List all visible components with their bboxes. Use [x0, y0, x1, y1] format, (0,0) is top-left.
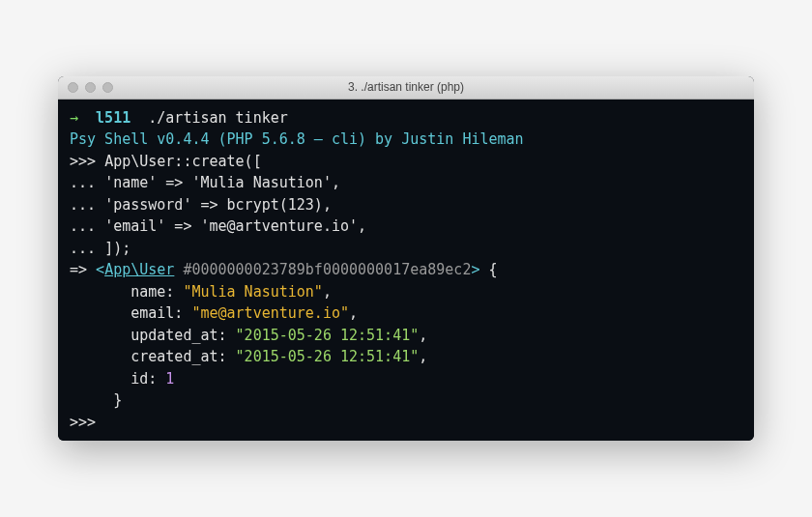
input-line: ... 'password' => bcrypt(123), — [70, 194, 742, 216]
brace: } — [70, 391, 122, 409]
code-text: App\User::create([ — [104, 153, 262, 170]
directory-name: l511 — [96, 109, 130, 127]
comma: , — [419, 327, 427, 344]
return-arrow: => — [70, 261, 96, 278]
prompt-arrow-icon: → — [70, 109, 78, 127]
input-line: ... 'email' => 'me@artventure.io', — [70, 215, 742, 238]
input-line: ... 'name' => 'Mulia Nasution', — [70, 172, 742, 194]
output-property: created_at: "2015-05-26 12:51:41", — [70, 346, 742, 368]
property-key: created_at: — [70, 348, 236, 365]
brace: { — [479, 261, 497, 278]
output-property: updated_at: "2015-05-26 12:51:41", — [70, 325, 742, 347]
comma: , — [419, 348, 427, 365]
repl-continuation: ... — [70, 196, 104, 214]
input-line: ... ]); — [70, 238, 742, 260]
repl-prompt: >>> — [70, 153, 104, 170]
output-property: id: 1 — [70, 368, 742, 390]
property-value: 1 — [165, 370, 174, 388]
property-key: updated_at: — [70, 327, 236, 344]
repl-continuation: ... — [70, 174, 104, 191]
terminal-body[interactable]: → l511 ./artisan tinker Psy Shell v0.4.4… — [58, 100, 754, 442]
code-text: 'email' => 'me@artventure.io', — [104, 217, 366, 235]
output-line: => <App\User #0000000023789bf0000000017e… — [70, 259, 742, 281]
repl-continuation: ... — [70, 240, 104, 257]
terminal-window: 3. ./artisan tinker (php) → l511 ./artis… — [58, 76, 754, 442]
repl-prompt-empty[interactable]: >>> — [70, 412, 742, 434]
comma: , — [349, 304, 358, 322]
angle-bracket: < — [96, 261, 104, 278]
command-text: ./artisan tinker — [148, 109, 288, 127]
code-text: 'name' => 'Mulia Nasution', — [104, 174, 340, 191]
property-value: "me@artventure.io" — [191, 304, 349, 322]
output-line: } — [70, 389, 742, 412]
maximize-icon[interactable] — [102, 82, 113, 93]
object-hash: #0000000023789bf0000000017ea89ec2 — [174, 261, 471, 278]
window-title: 3. ./artisan tinker (php) — [58, 80, 754, 94]
close-icon[interactable] — [68, 82, 78, 93]
property-key: id: — [70, 370, 165, 388]
input-line: >>> App\User::create([ — [70, 151, 742, 173]
comma: , — [323, 283, 332, 301]
repl-prompt: >>> — [70, 414, 104, 431]
code-text: 'password' => bcrypt(123), — [104, 196, 332, 214]
property-key: name: — [70, 283, 183, 301]
property-value: "2015-05-26 12:51:41" — [236, 327, 420, 344]
property-value: "2015-05-26 12:51:41" — [236, 348, 420, 365]
titlebar[interactable]: 3. ./artisan tinker (php) — [58, 76, 754, 100]
property-key: email: — [70, 304, 191, 322]
output-property: email: "me@artventure.io", — [70, 302, 742, 325]
repl-continuation: ... — [70, 217, 104, 235]
shell-prompt-line: → l511 ./artisan tinker — [70, 107, 742, 129]
property-value: "Mulia Nasution" — [183, 283, 323, 301]
class-name: App\User — [104, 261, 174, 278]
code-text: ]); — [104, 240, 130, 257]
psy-shell-banner: Psy Shell v0.4.4 (PHP 5.6.8 — cli) by Ju… — [70, 129, 742, 151]
output-property: name: "Mulia Nasution", — [70, 281, 742, 303]
traffic-lights — [68, 82, 113, 93]
minimize-icon[interactable] — [85, 82, 96, 93]
